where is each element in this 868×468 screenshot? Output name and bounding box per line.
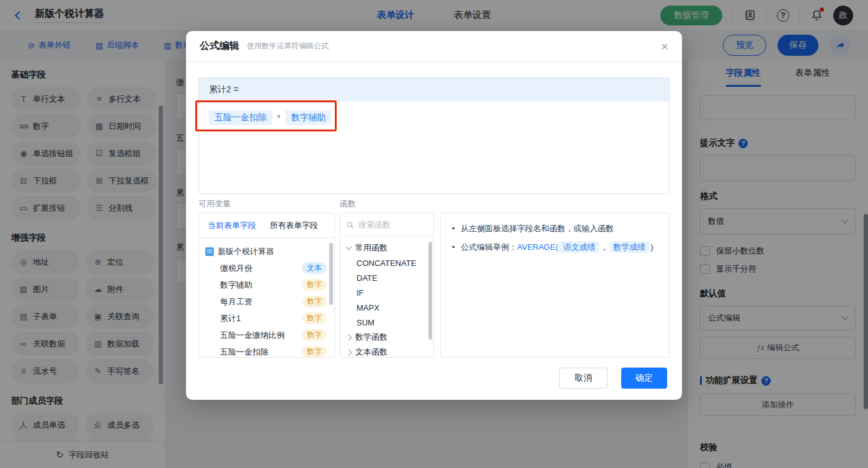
modal-subtitle: 使用数学运算符编辑公式 — [247, 41, 329, 51]
variable-item[interactable]: 五险一金缴纳比例数字 — [205, 327, 329, 343]
function-search-input[interactable] — [358, 220, 427, 229]
tab-all-form-fields[interactable]: 所有表单字段 — [270, 220, 318, 231]
function-item[interactable]: SUM — [347, 315, 430, 330]
chevron-collapsed-icon — [346, 349, 352, 355]
variables-label: 可用变量 — [198, 198, 231, 210]
functions-panel: 常用函数 CONCATENATE DATE IF MAPX SUM 数学函数 文… — [340, 213, 434, 358]
form-doc-icon — [205, 247, 214, 256]
cancel-button[interactable]: 取消 — [559, 368, 608, 389]
function-group-text[interactable]: 文本函数 — [347, 345, 430, 358]
function-item[interactable]: IF — [347, 285, 430, 300]
example-function: AVERAGE( — [517, 242, 558, 252]
formula-box: 累计2 = 五险一金扣除 * 数字辅助 — [198, 77, 670, 194]
type-badge: 数字 — [302, 346, 327, 358]
functions-label: 函数 — [340, 198, 356, 210]
variable-item[interactable]: 五险一金扣除数字 — [205, 343, 329, 358]
type-badge: 数字 — [302, 312, 327, 324]
modal-title: 公式编辑 — [200, 40, 239, 53]
tab-current-form-fields[interactable]: 当前表单字段 — [208, 220, 256, 231]
function-group-common[interactable]: 常用函数 — [347, 241, 430, 255]
chevron-expanded-icon — [346, 244, 352, 250]
tips-panel: 从左侧面板选择字段名和函数，或输入函数 公式编辑举例：AVERAGE(语文成绩，… — [440, 213, 670, 358]
chevron-collapsed-icon — [346, 334, 352, 340]
type-badge: 文本 — [302, 262, 327, 274]
formula-editor-modal: 公式编辑 使用数学运算符编辑公式 × 累计2 = 五险一金扣除 * 数字辅助 可… — [186, 31, 682, 400]
type-badge: 数字 — [302, 329, 327, 341]
tip-line-1: 从左侧面板选择字段名和函数，或输入函数 — [451, 222, 659, 236]
formula-token-field[interactable]: 五险一金扣除 — [209, 110, 272, 125]
tip-line-2: 公式编辑举例：AVERAGE(语文成绩，数学成绩) — [451, 241, 659, 254]
function-item[interactable]: MAPX — [347, 300, 430, 315]
variable-item[interactable]: 缴税月份文本 — [205, 260, 329, 276]
variable-item[interactable]: 每月工资数字 — [205, 293, 329, 310]
formula-editor[interactable]: 五险一金扣除 * 数字辅助 — [199, 102, 669, 134]
close-icon[interactable]: × — [661, 40, 668, 53]
variable-tree-root[interactable]: 新版个税计算器 — [205, 243, 329, 260]
formula-target: 累计2 = — [199, 78, 669, 102]
search-icon — [347, 221, 354, 229]
example-field-chip: 语文成绩 — [559, 241, 599, 253]
variables-scrollbar[interactable] — [329, 243, 333, 305]
formula-operator: * — [277, 113, 280, 123]
function-item[interactable]: CONCATENATE — [347, 255, 430, 270]
function-item[interactable]: DATE — [347, 270, 430, 285]
variable-item[interactable]: 数字辅助数字 — [205, 276, 329, 293]
formula-token-field[interactable]: 数字辅助 — [285, 110, 331, 125]
app-root: 新版个税计算器 表单设计 表单设置 数据管理 ? — [0, 0, 868, 468]
variables-panel: 当前表单字段 所有表单字段 新版个税计算器 缴税月份文本 数字辅助数字 每月工资… — [198, 213, 335, 358]
example-field-chip: 数学成绩 — [609, 241, 649, 253]
function-group-math[interactable]: 数学函数 — [347, 330, 430, 345]
variable-item[interactable]: 累计1数字 — [205, 310, 329, 327]
functions-scrollbar[interactable] — [428, 242, 432, 340]
type-badge: 数字 — [302, 296, 327, 307]
confirm-button[interactable]: 确定 — [621, 368, 667, 389]
type-badge: 数字 — [302, 279, 327, 291]
